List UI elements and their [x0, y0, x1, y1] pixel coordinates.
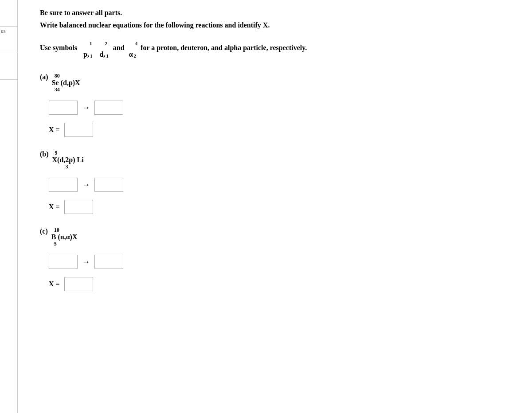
instruction1: Be sure to answer all parts. — [40, 9, 514, 17]
alpha-superscript: 4 — [135, 41, 138, 46]
part-b-label: (b) — [40, 150, 49, 158]
p-letter: p, — [83, 49, 89, 60]
sidebar-label: es — [0, 26, 7, 36]
part-a-sub: 34 — [55, 87, 80, 93]
part-c-notation: 10 B (n,α)X 5 — [51, 227, 78, 247]
symbol-d-wrapper: 2 d, 1 — [99, 37, 108, 60]
part-b-arrow: → — [82, 180, 90, 190]
part-b-x-row: X = — [49, 200, 514, 214]
part-c-x-row: X = — [49, 277, 514, 291]
part-a-label: (a) — [40, 73, 48, 81]
part-a-input-left[interactable] — [49, 101, 78, 115]
part-c-input-right[interactable] — [94, 255, 123, 269]
d-subscript: 1 — [106, 52, 109, 60]
part-a-element: Se (d,p)X — [52, 79, 80, 87]
part-c-section: (c) 10 B (n,α)X 5 → X = — [40, 227, 514, 291]
part-b-notation: 9 X(d,2p) Li 3 — [52, 150, 84, 170]
part-b-x-label: X = — [49, 203, 60, 211]
and-text: and — [113, 44, 125, 51]
alpha-letter: α — [129, 49, 133, 60]
part-a-equation-row: → — [49, 101, 514, 115]
part-b-equation-row: → — [49, 178, 514, 192]
d-superscript: 2 — [105, 41, 107, 46]
left-sidebar: es — [0, 0, 18, 413]
part-a-label-line: (a) 80 Se (d,p)X 34 — [40, 73, 514, 93]
symbols-line: Use symbols 1 p, 1 2 d, 1 and — [40, 37, 514, 60]
symbol-alpha-wrapper: 4 α 2 — [129, 37, 136, 60]
d-row: d, 1 — [99, 49, 108, 60]
p-row: p, 1 — [83, 49, 92, 60]
part-c-element: B (n,α)X — [51, 233, 78, 241]
part-a-x-input[interactable] — [64, 123, 93, 137]
part-b-sub: 3 — [66, 164, 84, 170]
part-c-sup: 10 — [54, 227, 78, 233]
symbols-intro: Use symbols — [40, 44, 77, 51]
d-letter: d, — [99, 49, 105, 60]
part-c-arrow: → — [82, 257, 90, 267]
part-a-sup: 80 — [55, 73, 80, 79]
sidebar-block-2: es — [0, 27, 17, 53]
page-container: es Be sure to answer all parts. Write ba… — [0, 0, 532, 413]
part-a-x-row: X = — [49, 123, 514, 137]
part-c-input-left[interactable] — [49, 255, 78, 269]
part-b-label-line: (b) 9 X(d,2p) Li 3 — [40, 150, 514, 170]
main-content: Be sure to answer all parts. Write balan… — [18, 0, 532, 413]
symbols-description: for a proton, deuteron, and alpha partic… — [141, 44, 307, 51]
part-b-section: (b) 9 X(d,2p) Li 3 → X = — [40, 150, 514, 214]
instruction2: Write balanced nuclear equations for the… — [40, 21, 514, 29]
part-c-label-line: (c) 10 B (n,α)X 5 — [40, 227, 514, 247]
alpha-subscript: 2 — [134, 52, 137, 60]
part-c-x-label: X = — [49, 280, 60, 288]
alpha-row: α 2 — [129, 49, 136, 60]
part-c-x-input[interactable] — [64, 277, 93, 291]
part-a-input-right[interactable] — [94, 101, 123, 115]
part-b-element: X(d,2p) Li — [52, 156, 84, 164]
part-a-section: (a) 80 Se (d,p)X 34 → X = — [40, 73, 514, 137]
part-c-label: (c) — [40, 227, 48, 235]
part-a-arrow: → — [82, 103, 90, 113]
symbol-p-wrapper: 1 p, 1 — [83, 37, 92, 60]
p-superscript: 1 — [90, 41, 92, 46]
part-c-equation-row: → — [49, 255, 514, 269]
part-b-input-left[interactable] — [49, 178, 78, 192]
part-b-x-input[interactable] — [64, 200, 93, 214]
part-b-input-right[interactable] — [94, 178, 123, 192]
part-a-notation: 80 Se (d,p)X 34 — [52, 73, 80, 93]
part-c-sub: 5 — [54, 241, 78, 247]
sidebar-block-3 — [0, 53, 17, 80]
sidebar-block-1 — [0, 0, 17, 27]
part-b-sup: 9 — [55, 150, 84, 156]
part-a-x-label: X = — [49, 126, 60, 134]
p-subscript: 1 — [90, 52, 93, 60]
